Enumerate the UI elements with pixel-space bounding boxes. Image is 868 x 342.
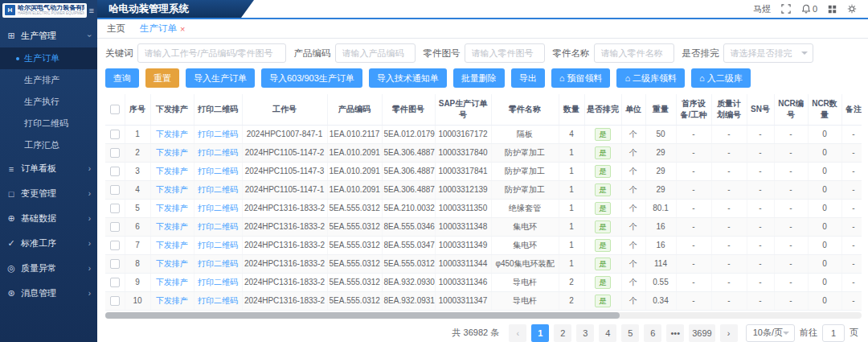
apps-grid-icon[interactable] <box>828 5 837 14</box>
cell-weight: 29 <box>645 180 676 199</box>
col-header-seq: 序号 <box>125 94 150 125</box>
close-tab-icon[interactable]: × <box>180 24 185 34</box>
row-checkbox[interactable] <box>110 296 120 306</box>
fullscreen-icon[interactable] <box>781 4 791 14</box>
sidebar-item-change-management[interactable]: □变更管理› <box>0 181 97 206</box>
orders-table: 序号下发排产打印二维码工作号产品编码零件图号SAP生产订单号零件名称数量是否排完… <box>105 94 862 311</box>
cell-part_name: 集电环 <box>491 236 559 254</box>
row-checkbox[interactable] <box>110 259 120 269</box>
page-button-6[interactable]: 6 <box>644 324 661 342</box>
import-tech-notice-button[interactable]: 导入技术通知单 <box>369 68 447 88</box>
row-checkbox[interactable] <box>110 130 120 139</box>
row-checkbox[interactable] <box>110 278 120 287</box>
notification-bell-icon[interactable]: 0 <box>801 4 817 14</box>
sidebar-item-print-qrcode[interactable]: 打印二维码 <box>0 113 97 134</box>
part-name-input[interactable] <box>594 43 674 63</box>
cell-unit: 个 <box>621 254 645 273</box>
dispatch-link[interactable]: 下发排产 <box>156 130 188 138</box>
page-ellipsis[interactable]: ••• <box>666 324 684 342</box>
cell-check <box>105 236 125 254</box>
dispatch-link[interactable]: 下发排产 <box>156 259 188 268</box>
app-title: 哈电动装管理系统 <box>97 0 254 18</box>
row-checkbox[interactable] <box>110 222 120 232</box>
sidebar-item-production-execution[interactable]: 生产执行 <box>0 91 97 113</box>
dispatch-link[interactable]: 下发排产 <box>156 204 188 212</box>
sidebar-item-process-summary[interactable]: 工序汇总 <box>0 134 97 156</box>
sidebar-collapse-icon[interactable]: ≡ <box>89 6 94 15</box>
qr-link[interactable]: 打印二维码 <box>198 241 238 249</box>
qr-link[interactable]: 打印二维码 <box>198 278 238 286</box>
page-button-2[interactable]: 2 <box>554 324 571 342</box>
dispatch-link[interactable]: 下发排产 <box>156 241 188 249</box>
dispatch-link[interactable]: 下发排产 <box>156 278 188 286</box>
keyword-input[interactable] <box>137 43 286 63</box>
next-page-button[interactable]: › <box>720 324 738 342</box>
scrollbar-thumb[interactable] <box>105 312 620 319</box>
cell-work_no: 2024HPC1007-847-1 <box>242 125 327 143</box>
page-size-select[interactable]: 10条/页 <box>746 324 795 342</box>
reset-button[interactable]: 重置 <box>145 68 179 88</box>
page-button-5[interactable]: 5 <box>621 324 639 342</box>
row-checkbox[interactable] <box>110 148 120 158</box>
cell-work_no: 2024HPC1316-1833-2 <box>242 273 327 291</box>
dispatch-link[interactable]: 下发排产 <box>156 296 188 305</box>
horizontal-scrollbar[interactable] <box>105 312 862 319</box>
filter-label: 零件名称 <box>553 47 590 60</box>
scheduled-select[interactable]: 请选择是否排完 <box>723 43 813 63</box>
import-production-order-button[interactable]: 导入生产订单 <box>186 68 255 88</box>
sidebar-item-base-data[interactable]: ⊕基础数据› <box>0 206 97 231</box>
cell-seq: 10 <box>125 291 150 310</box>
notification-count: 0 <box>813 4 817 14</box>
batch-delete-button[interactable]: 批量删除 <box>453 68 505 88</box>
username[interactable]: 马煜 <box>753 3 771 15</box>
page-button-4[interactable]: 4 <box>599 324 616 342</box>
cell-ncr_qty: 0 <box>808 273 841 291</box>
cell-unit: 个 <box>621 217 645 236</box>
qr-link[interactable]: 打印二维码 <box>198 130 238 138</box>
product-code-input[interactable] <box>335 43 416 63</box>
dispatch-link[interactable]: 下发排产 <box>156 148 188 157</box>
reserved-picking-button[interactable]: ⌂预留领料 <box>551 68 611 88</box>
qr-link[interactable]: 打印二维码 <box>198 148 238 157</box>
dispatch-link[interactable]: 下发排产 <box>156 185 188 194</box>
qr-link[interactable]: 打印二维码 <box>198 167 238 175</box>
search-button[interactable]: 查询 <box>105 68 139 88</box>
page-button-3[interactable]: 3 <box>576 324 594 342</box>
sidebar-item-quality-exception[interactable]: ◎质量异常› <box>0 256 97 281</box>
export-button[interactable]: 导出 <box>511 68 545 88</box>
gear-icon[interactable] <box>847 4 857 14</box>
sidebar-item-standard-process[interactable]: ✓标准工序› <box>0 231 97 256</box>
import-603-903-order-button[interactable]: 导入603/903生产订单 <box>261 68 362 88</box>
sidebar-group-production[interactable]: ⊞ 生产管理 › <box>0 24 97 47</box>
tab-production-order[interactable]: 生产订单× <box>140 23 185 35</box>
prev-page-button[interactable]: ‹ <box>509 324 526 342</box>
row-checkbox[interactable] <box>110 204 120 213</box>
dispatch-link[interactable]: 下发排产 <box>156 167 188 175</box>
cell-remark: - <box>841 273 862 291</box>
qr-link[interactable]: 打印二维码 <box>198 204 238 212</box>
row-checkbox[interactable] <box>110 167 120 176</box>
dispatch-link[interactable]: 下发排产 <box>156 222 188 231</box>
qr-link[interactable]: 打印二维码 <box>198 185 238 194</box>
sidebar-item-order-board[interactable]: ≡订单看板› <box>0 156 97 181</box>
row-checkbox[interactable] <box>110 185 120 195</box>
l2-warehouse-picking-button[interactable]: ⌂二级库领料 <box>616 68 685 88</box>
page-button-1[interactable]: 1 <box>531 324 549 342</box>
sidebar-item-message-management[interactable]: ⊛消息管理› <box>0 281 97 306</box>
sidebar-item-production-order[interactable]: 生产订单 <box>0 47 97 69</box>
tab-home[interactable]: 主页 <box>107 23 125 35</box>
qr-link[interactable]: 打印二维码 <box>198 222 238 231</box>
qr-link[interactable]: 打印二维码 <box>198 296 238 305</box>
button-label: 入二级库 <box>707 72 743 84</box>
select-all-checkbox[interactable] <box>110 105 120 114</box>
cell-sn: - <box>747 291 774 310</box>
goto-page-input[interactable] <box>822 324 845 342</box>
scheduled-badge: 是 <box>595 202 611 215</box>
cell-sn: - <box>747 180 774 199</box>
row-checkbox[interactable] <box>110 241 120 250</box>
part-no-input[interactable] <box>465 43 545 63</box>
l2-warehouse-inbound-button[interactable]: ⌂入二级库 <box>691 68 751 88</box>
page-button-3699[interactable]: 3699 <box>689 324 714 342</box>
sidebar-item-production-scheduling[interactable]: 生产排产 <box>0 69 97 91</box>
qr-link[interactable]: 打印二维码 <box>198 259 238 268</box>
